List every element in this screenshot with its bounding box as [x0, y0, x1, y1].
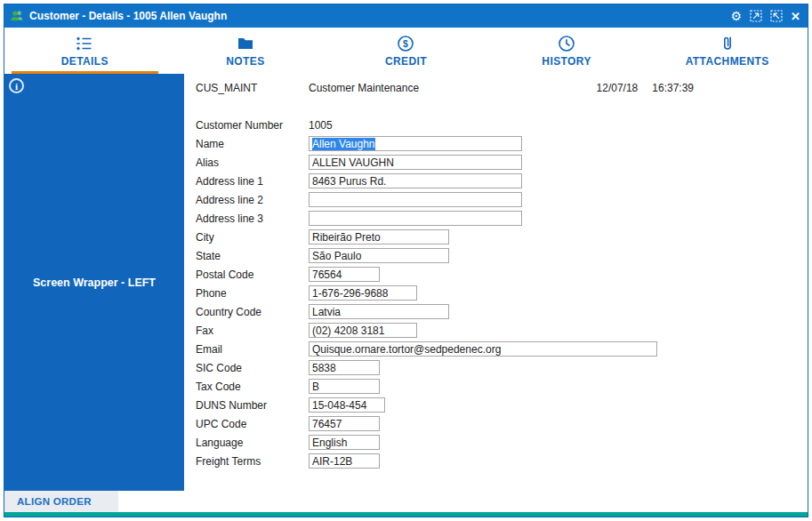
tab-notes[interactable]: NOTES — [165, 28, 326, 74]
address-line-2-row: Address line 2 — [196, 190, 808, 209]
tab-credit-label: CREDIT — [385, 55, 427, 68]
customer-form: CUS_MAINT Customer Maintenance 12/07/18 … — [184, 74, 808, 512]
dollar-circle-icon: $ — [397, 35, 414, 52]
customer-number-row: Customer Number 1005 — [196, 116, 808, 134]
gear-icon[interactable]: ⚙ — [731, 9, 743, 23]
field-label: UPC Code — [196, 418, 309, 430]
address-line-1-row: Address line 1 — [196, 172, 808, 190]
bottom-strip — [4, 512, 808, 517]
selected-text: Allen Vaughn — [312, 138, 375, 150]
state-input[interactable] — [309, 248, 449, 263]
field-label: Language — [196, 437, 309, 449]
program-name: CUS_MAINT — [196, 82, 309, 94]
fax-input[interactable] — [309, 323, 417, 338]
freight-terms-row: Freight Terms — [196, 452, 808, 470]
city-row: City — [196, 228, 808, 246]
alias-row: Alias — [196, 153, 808, 172]
tab-history[interactable]: HISTORY — [486, 28, 647, 74]
sic-code-row: SIC Code — [196, 358, 808, 377]
field-label: Fax — [196, 325, 309, 337]
duns-number-input[interactable] — [309, 397, 385, 413]
date-value: 12/07/18 — [597, 82, 639, 94]
tab-notes-label: NOTES — [226, 55, 264, 68]
time-value: 16:37:39 — [652, 82, 694, 94]
screen-wrapper-panel: i Screen Wrapper - LEFT — [4, 74, 184, 491]
customer-details-window: Customer - Details - 1005 Allen Vaughn ⚙… — [4, 4, 808, 517]
resize-screen-icon[interactable] — [750, 9, 762, 23]
datetime: 12/07/18 16:37:39 — [597, 82, 694, 94]
fit-screen-icon[interactable] — [770, 9, 783, 23]
field-label: Customer Number — [196, 119, 309, 132]
field-label: SIC Code — [196, 362, 309, 374]
sic-code-input[interactable] — [309, 360, 380, 375]
tab-history-label: HISTORY — [542, 55, 591, 68]
postal-code-input[interactable] — [309, 267, 380, 282]
address-line-3-row: Address line 3 — [196, 209, 808, 228]
field-label: Name — [196, 138, 309, 150]
content-area: i Screen Wrapper - LEFT ALIGN ORDER CUS_… — [4, 74, 808, 512]
left-column: i Screen Wrapper - LEFT ALIGN ORDER — [4, 74, 184, 512]
users-icon — [10, 9, 24, 23]
info-icon[interactable]: i — [9, 78, 24, 93]
tab-credit[interactable]: $ CREDIT — [326, 28, 486, 74]
titlebar: Customer - Details - 1005 Allen Vaughn ⚙… — [4, 4, 808, 28]
left-footer: ALIGN ORDER — [4, 491, 184, 512]
country-code-row: Country Code — [196, 302, 808, 321]
screen-wrapper-label: Screen Wrapper - LEFT — [33, 277, 156, 289]
field-label: DUNS Number — [196, 399, 309, 412]
email-input[interactable] — [309, 341, 657, 357]
fax-row: Fax — [196, 321, 808, 340]
tabbar: DETAILS NOTES $ CREDIT — [4, 28, 808, 74]
window-title: Customer - Details - 1005 Allen Vaughn — [29, 10, 731, 22]
address-line-3-input[interactable] — [309, 211, 522, 226]
field-label: Freight Terms — [196, 455, 309, 468]
field-label: Tax Code — [196, 381, 309, 393]
country-code-input[interactable] — [309, 304, 449, 319]
state-row: State — [196, 246, 808, 265]
email-row: Email — [196, 340, 808, 358]
city-input[interactable] — [309, 229, 449, 244]
field-label: Address line 1 — [196, 175, 309, 188]
language-row: Language — [196, 433, 808, 452]
field-label: Alias — [196, 156, 309, 169]
close-icon[interactable]: ✕ — [791, 9, 800, 23]
field-label: Postal Code — [196, 269, 309, 281]
paperclip-icon — [719, 35, 736, 52]
phone-input[interactable] — [309, 285, 417, 301]
tab-details[interactable]: DETAILS — [4, 28, 165, 74]
field-label: Address line 3 — [196, 212, 309, 225]
screen-title: Customer Maintenance — [309, 82, 597, 94]
field-label: State — [196, 250, 309, 262]
form-header: CUS_MAINT Customer Maintenance 12/07/18 … — [196, 82, 694, 94]
form-details-icon — [76, 35, 93, 52]
duns-number-row: DUNS Number — [196, 396, 808, 414]
field-label: City — [196, 231, 309, 244]
field-label: Email — [196, 343, 309, 356]
tax-code-input[interactable] — [309, 379, 380, 394]
postal-code-row: Postal Code — [196, 265, 808, 284]
name-row: Name Allen Vaughn — [196, 134, 808, 153]
upc-code-input[interactable] — [309, 416, 380, 431]
clock-icon — [558, 35, 575, 52]
alias-input[interactable] — [309, 155, 522, 170]
field-label: Phone — [196, 287, 309, 300]
folder-icon — [237, 35, 254, 52]
language-input[interactable] — [309, 435, 380, 450]
titlebar-actions: ⚙ ✕ — [731, 9, 800, 23]
field-label: Address line 2 — [196, 194, 309, 206]
upc-code-row: UPC Code — [196, 414, 808, 433]
address-line-1-input[interactable] — [309, 173, 522, 188]
freight-terms-input[interactable] — [309, 453, 380, 469]
tab-attachments-label: ATTACHMENTS — [686, 55, 769, 68]
svg-text:$: $ — [404, 37, 409, 48]
field-label: Country Code — [196, 306, 309, 318]
tab-details-label: DETAILS — [61, 55, 109, 68]
customer-number-value: 1005 — [309, 119, 333, 132]
tax-code-row: Tax Code — [196, 377, 808, 396]
align-order-link[interactable]: ALIGN ORDER — [4, 491, 118, 512]
address-line-2-input[interactable] — [309, 192, 522, 207]
phone-row: Phone — [196, 284, 808, 302]
tab-attachments[interactable]: ATTACHMENTS — [647, 28, 808, 74]
name-input[interactable]: Allen Vaughn — [309, 136, 522, 151]
